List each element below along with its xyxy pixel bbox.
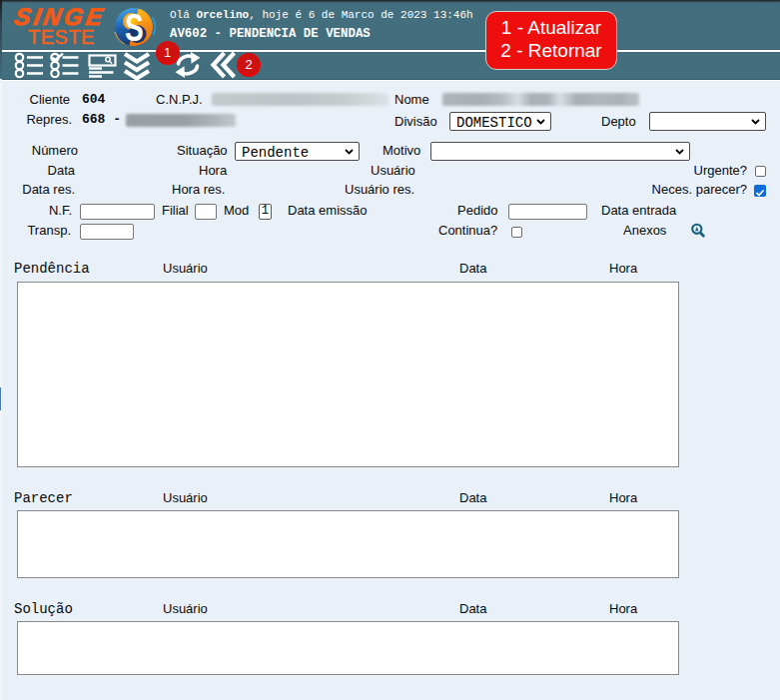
svg-text:S: S	[125, 6, 144, 48]
